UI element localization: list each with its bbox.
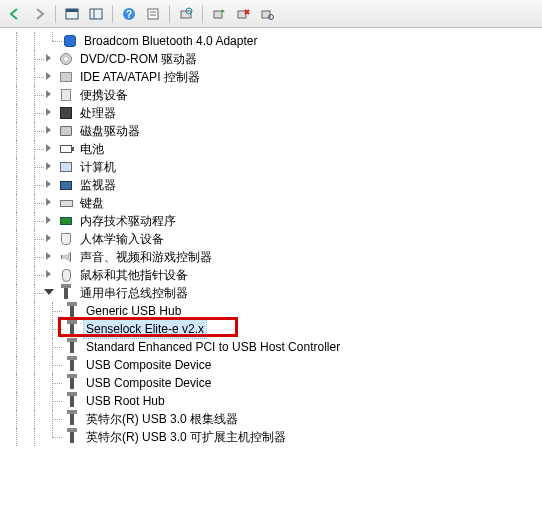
usb-controller-icon [58,285,74,301]
tree-item-label: 声音、视频和游戏控制器 [78,248,214,266]
hid-icon [58,231,74,247]
tree-item[interactable]: 电池 [8,140,542,158]
tree-item-label: 英特尔(R) USB 3.0 可扩展主机控制器 [84,428,288,446]
tree-item-label: 电池 [78,140,106,158]
svg-rect-1 [66,9,78,12]
expand-arrow-icon[interactable] [44,53,56,65]
ide-icon [58,69,74,85]
ms-icon [58,267,74,283]
svg-rect-12 [238,11,246,18]
update-button[interactable] [208,3,230,25]
cd-icon [58,51,74,67]
tree-item-label: 英特尔(R) USB 3.0 根集线器 [84,410,240,428]
tree-item-label: 内存技术驱动程序 [78,212,178,230]
toolbar: ? [0,0,542,28]
expand-arrow-icon[interactable] [44,269,56,281]
tree-item-label: Standard Enhanced PCI to USB Host Contro… [84,338,342,356]
svg-rect-2 [90,9,102,19]
tree-item[interactable]: 处理器 [8,104,542,122]
expand-arrow-icon[interactable] [44,197,56,209]
tree-item[interactable]: USB Composite Device [8,356,542,374]
usb-device-icon [64,357,80,373]
tree-item-label: USB Composite Device [84,356,213,374]
tree-item[interactable]: 监视器 [8,176,542,194]
properties-button[interactable] [142,3,164,25]
tree-item[interactable]: USB Root Hub [8,392,542,410]
forward-button[interactable] [28,3,50,25]
disk-icon [58,123,74,139]
collapse-arrow-icon[interactable] [44,287,56,299]
tree-item-label: IDE ATA/ATAPI 控制器 [78,68,202,86]
tree-item[interactable]: Generic USB Hub [8,302,542,320]
tree-item-label: 计算机 [78,158,118,176]
tree-item-label: 键盘 [78,194,106,212]
expand-arrow-icon[interactable] [44,71,56,83]
usb-device-icon [64,375,80,391]
scan-button[interactable] [175,3,197,25]
tree-item-label: 监视器 [78,176,118,194]
tree-item[interactable]: IDE ATA/ATAPI 控制器 [8,68,542,86]
tree-item-label: Senselock Elite-e v2.x [84,320,206,338]
tree-item-label: USB Root Hub [84,392,167,410]
expand-arrow-icon[interactable] [44,251,56,263]
show-tree-button[interactable] [85,3,107,25]
expand-arrow-icon[interactable] [44,215,56,227]
tree-item[interactable]: 通用串行总线控制器 [8,284,542,302]
show-console-button[interactable] [61,3,83,25]
usb-device-icon [64,411,80,427]
tree-item-label: 磁盘驱动器 [78,122,142,140]
tree-item[interactable]: Senselock Elite-e v2.x [8,320,542,338]
tree-item[interactable]: 鼠标和其他指针设备 [8,266,542,284]
pc-icon [58,159,74,175]
usb-device-icon [64,429,80,445]
tree-item-label: 便携设备 [78,86,130,104]
cpu-icon [58,105,74,121]
tree-item[interactable]: 英特尔(R) USB 3.0 根集线器 [8,410,542,428]
usb-device-icon [64,339,80,355]
expand-arrow-icon[interactable] [44,161,56,173]
uninstall-button[interactable] [232,3,254,25]
tree-item[interactable]: 声音、视频和游戏控制器 [8,248,542,266]
help-button[interactable]: ? [118,3,140,25]
snd-icon [58,249,74,265]
tree-item-label: 通用串行总线控制器 [78,284,190,302]
device-tree[interactable]: Broadcom Bluetooth 4.0 AdapterDVD/CD-ROM… [0,28,542,509]
mon-icon [58,177,74,193]
tree-item[interactable]: 便携设备 [8,86,542,104]
tree-item-label: Generic USB Hub [84,302,183,320]
tree-item[interactable]: USB Composite Device [8,374,542,392]
back-button[interactable] [4,3,26,25]
expand-arrow-icon[interactable] [44,233,56,245]
tree-item[interactable]: Broadcom Bluetooth 4.0 Adapter [8,32,542,50]
usb-device-icon [64,393,80,409]
tree-item[interactable]: Standard Enhanced PCI to USB Host Contro… [8,338,542,356]
tree-item[interactable]: 键盘 [8,194,542,212]
kb-icon [58,195,74,211]
tree-item-label: 人体学输入设备 [78,230,166,248]
view-button[interactable] [256,3,278,25]
expand-arrow-icon[interactable] [44,179,56,191]
tree-item[interactable]: DVD/CD-ROM 驱动器 [8,50,542,68]
tree-item[interactable]: 人体学输入设备 [8,230,542,248]
bluetooth-icon [62,33,78,49]
expand-arrow-icon[interactable] [44,143,56,155]
tree-item[interactable]: 内存技术驱动程序 [8,212,542,230]
tree-item-label: USB Composite Device [84,374,213,392]
tree-item-label: 鼠标和其他指针设备 [78,266,190,284]
svg-text:?: ? [126,9,132,20]
tree-item-label: 处理器 [78,104,118,122]
tree-item[interactable]: 计算机 [8,158,542,176]
dev-icon [58,87,74,103]
expand-arrow-icon[interactable] [44,125,56,137]
svg-rect-11 [214,11,222,18]
expand-arrow-icon[interactable] [44,89,56,101]
mem-icon [58,213,74,229]
svg-rect-6 [148,9,158,19]
tree-item-label: Broadcom Bluetooth 4.0 Adapter [82,32,259,50]
tree-item[interactable]: 磁盘驱动器 [8,122,542,140]
tree-item[interactable]: 英特尔(R) USB 3.0 可扩展主机控制器 [8,428,542,446]
bat-icon [58,141,74,157]
expand-arrow-icon[interactable] [44,107,56,119]
tree-item-label: DVD/CD-ROM 驱动器 [78,50,199,68]
usb-device-icon [64,321,80,337]
